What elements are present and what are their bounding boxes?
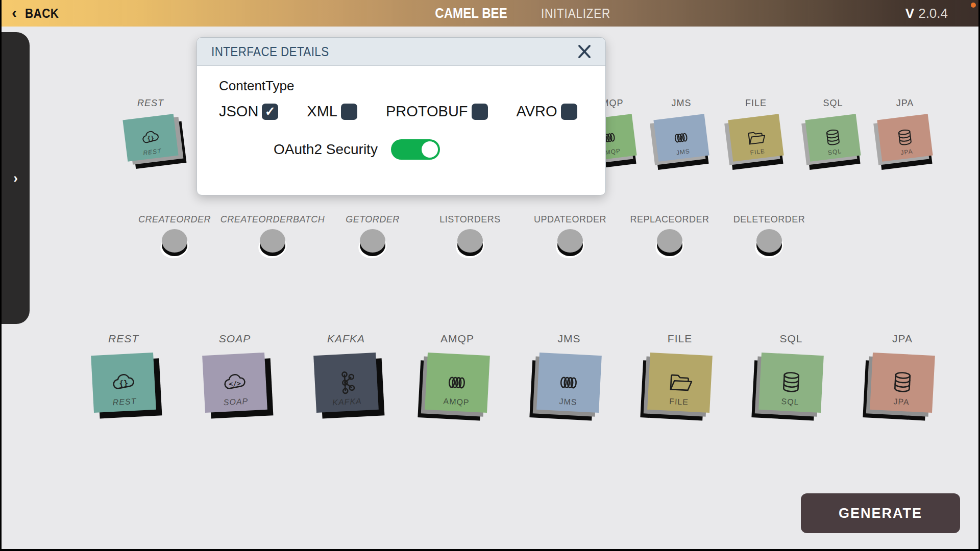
operation-knob-deleteorder[interactable]: DELETEORDER — [708, 214, 830, 259]
bottom-tile-rest[interactable]: REST{}REST — [67, 333, 180, 411]
unchecked-checkbox-icon[interactable] — [341, 104, 357, 120]
top-tile-jms[interactable]: JMS JMS — [638, 98, 725, 159]
tile-inner-label: JMS — [676, 147, 691, 156]
tile-label: KAFKA — [290, 333, 402, 345]
tile-label: SOAP — [179, 333, 291, 345]
knob-cap — [457, 229, 483, 253]
content-type-label: ContentType — [219, 78, 605, 94]
tile-face: {}REST — [91, 353, 156, 413]
top-tile-jpa[interactable]: JPA JPA — [862, 98, 948, 159]
back-label: BACK — [25, 6, 59, 21]
knob-button[interactable] — [454, 229, 486, 259]
knob-cap — [162, 229, 187, 253]
option-label: XML — [307, 103, 337, 120]
content-type-option-protobuf[interactable]: PROTOBUF — [386, 103, 488, 120]
knob-cap — [657, 229, 682, 253]
generate-button[interactable]: GENERATE — [801, 493, 960, 533]
knob-button[interactable] — [357, 229, 388, 259]
dialog-body: ContentType JSON✓XMLPROTOBUFAVRO OAuth2 … — [197, 66, 605, 160]
generate-label: GENERATE — [839, 506, 922, 521]
tile-label: JMS — [513, 333, 625, 345]
bottom-tile-jpa[interactable]: JPA JPA — [846, 333, 959, 411]
svg-text:</>: </> — [229, 380, 241, 388]
tile-label: REST — [67, 333, 180, 345]
content-type-option-xml[interactable]: XML — [307, 103, 357, 120]
toggle-thumb — [422, 141, 438, 158]
tile-label: JPA — [846, 333, 959, 345]
tile-inner-label: JPA — [900, 147, 914, 156]
version-number: 2.0.4 — [918, 6, 948, 21]
checked-checkbox-icon[interactable]: ✓ — [262, 104, 278, 120]
knob-cap — [756, 229, 782, 253]
option-label: AVRO — [517, 103, 557, 120]
tile-inner-label: SQL — [827, 147, 842, 156]
knob-button[interactable] — [554, 229, 586, 259]
version-prefix: V — [905, 6, 914, 21]
bottom-tile-jms[interactable]: JMS JMS — [513, 333, 625, 411]
tile-inner-label: AMQP — [443, 397, 470, 408]
close-button[interactable] — [576, 43, 593, 60]
knob-button[interactable] — [654, 229, 685, 259]
dialog-title: INTERFACE DETAILS — [211, 44, 329, 60]
camel-bee-initializer-screen: { "topbar": { "back_label": "BACK", "tit… — [0, 0, 980, 551]
content-type-option-json[interactable]: JSON✓ — [219, 103, 278, 120]
option-label: PROTOBUF — [386, 103, 468, 120]
tile-face: JMS — [653, 114, 709, 162]
side-drawer: › — [2, 32, 30, 324]
knob-cap — [260, 229, 285, 253]
svg-text:{}: {} — [146, 134, 155, 142]
oauth-security-label: OAuth2 Security — [274, 141, 378, 158]
tile-label: REST — [107, 98, 194, 109]
tile-inner-label: JPA — [893, 397, 910, 407]
tile-face: FILE — [647, 353, 713, 413]
tile-label: AMQP — [401, 333, 513, 345]
drawer-expand-button[interactable]: › — [2, 171, 30, 185]
tile-face: AMQP — [425, 353, 490, 413]
tile-label: JMS — [638, 98, 725, 109]
top-tile-file[interactable]: FILE FILE — [713, 98, 799, 159]
chevron-right-icon: › — [13, 170, 18, 186]
top-tile-rest[interactable]: REST{}REST — [107, 98, 194, 159]
tile-label: FILE — [624, 333, 736, 345]
tile-face: SQL — [758, 353, 824, 413]
bottom-tile-sql[interactable]: SQL SQL — [735, 333, 847, 411]
back-button[interactable]: ‹ BACK — [12, 0, 64, 27]
svg-text:{}: {} — [118, 379, 128, 388]
tile-label: FILE — [713, 98, 799, 109]
tile-face: JPA — [877, 114, 933, 162]
back-chevron-icon: ‹ — [12, 5, 17, 20]
tile-inner-label: SQL — [781, 397, 799, 407]
content-type-option-avro[interactable]: AVRO — [517, 103, 577, 120]
tile-face: {}REST — [122, 114, 178, 162]
close-icon — [577, 44, 592, 59]
bottom-tile-kafka[interactable]: KAFKA KAFKA — [290, 333, 402, 411]
knob-button[interactable] — [257, 229, 288, 259]
tile-face: KAFKA — [313, 353, 379, 413]
oauth-security-toggle[interactable] — [391, 139, 440, 160]
unchecked-checkbox-icon[interactable] — [561, 104, 577, 120]
tile-inner-label: SOAP — [223, 397, 248, 408]
knob-button[interactable] — [159, 229, 190, 259]
knob-button[interactable] — [753, 229, 785, 259]
tile-face: FILE — [728, 114, 783, 162]
content-type-options: JSON✓XMLPROTOBUFAVRO — [219, 103, 605, 120]
top-bar: ‹ BACK CAMEL BEE INITIALIZER V 2.0.4 — [2, 0, 980, 27]
version-label: V 2.0.4 — [905, 0, 948, 27]
tile-face: JMS — [536, 353, 602, 413]
tile-face: </>SOAP — [202, 353, 267, 413]
bottom-tile-amqp[interactable]: AMQP AMQP — [401, 333, 513, 411]
tile-face: SQL — [805, 114, 861, 162]
dialog-header: INTERFACE DETAILS — [197, 38, 605, 66]
tile-inner-label: JMS — [559, 397, 577, 407]
interface-details-dialog: INTERFACE DETAILS ContentType JSON✓XMLPR… — [197, 37, 606, 195]
tile-inner-label: FILE — [669, 397, 689, 407]
notification-dot — [971, 3, 976, 8]
knob-cap — [360, 229, 385, 253]
bottom-tile-file[interactable]: FILE FILE — [624, 333, 736, 411]
knob-cap — [557, 229, 583, 253]
unchecked-checkbox-icon[interactable] — [472, 104, 488, 120]
tile-inner-label: REST — [143, 147, 162, 157]
oauth-row: OAuth2 Security — [274, 139, 605, 160]
bottom-tile-soap[interactable]: SOAP</>SOAP — [179, 333, 291, 411]
tile-label: SQL — [735, 333, 847, 345]
